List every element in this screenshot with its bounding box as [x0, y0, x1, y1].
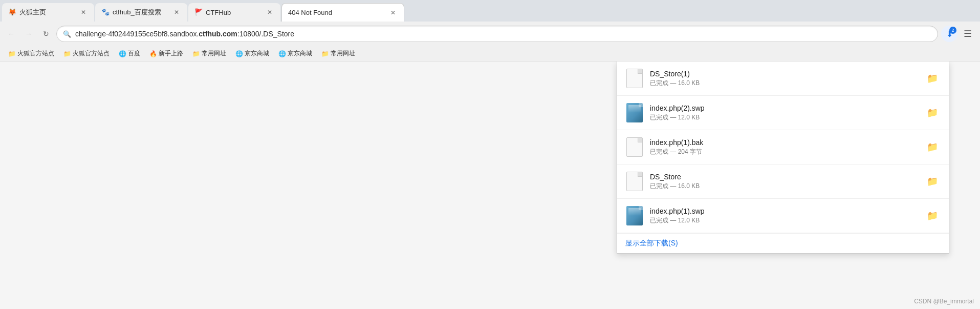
globe-icon: 🌐: [119, 50, 126, 57]
download-item-5: index.php(1).swp 已完成 — 12.0 KB 📁: [617, 199, 949, 233]
folder-action-3[interactable]: 📁: [924, 140, 941, 154]
folder-icon-3: 📁: [192, 50, 200, 57]
tab-favicon-2: 🐾: [101, 8, 110, 16]
browser-window: 🦊 火狐主页 ✕ 🐾 ctfhub_百度搜索 ✕ 🚩 CTFHub ✕ 404 …: [0, 0, 980, 309]
watermark-text: CSDN @Be_immortal: [914, 298, 974, 305]
toolbar-right: ⬇ 2 ☰: [941, 26, 976, 42]
forward-button[interactable]: →: [21, 27, 36, 41]
tab-close-1[interactable]: ✕: [79, 8, 88, 17]
download-badge: 2: [949, 27, 956, 34]
fire-icon: 🔥: [149, 50, 157, 57]
blue-file-icon-2: [626, 206, 643, 225]
file-icon-swp-2: [625, 102, 644, 123]
bookmark-baidu[interactable]: 🌐 百度: [115, 48, 144, 59]
download-item-4: DS_Store 已完成 — 16.0 KB 📁: [617, 164, 949, 199]
bookmark-label-3: 百度: [128, 49, 140, 58]
back-button[interactable]: ←: [4, 27, 18, 41]
address-domain: ctfhub.com: [199, 30, 237, 38]
folder-action-5[interactable]: 📁: [924, 209, 941, 223]
download-info-5: index.php(1).swp 已完成 — 12.0 KB: [650, 207, 918, 225]
blue-file-shine-1: [628, 105, 641, 113]
tab-ctfhub-baidu[interactable]: 🐾 ctfhub_百度搜索 ✕: [95, 3, 187, 22]
bookmark-common-sites-2[interactable]: 📁 常用网址: [317, 48, 359, 59]
bookmark-label-5: 常用网址: [202, 49, 226, 58]
download-info-1: DS_Store(1) 已完成 — 16.0 KB: [650, 70, 918, 88]
download-info-3: index.php(1).bak 已完成 — 204 字节: [650, 138, 918, 156]
plain-file-icon-1: [626, 69, 643, 88]
file-icon-swp-1: [625, 205, 644, 226]
blue-file-shine-2: [628, 208, 641, 216]
file-icon-bak: [625, 136, 644, 158]
refresh-button[interactable]: ↻: [39, 27, 53, 41]
bookmark-firefox-official-2[interactable]: 📁 火狐官方站点: [59, 48, 114, 59]
download-item-1: DS_Store(1) 已完成 — 16.0 KB 📁: [617, 61, 949, 96]
download-filename-5: index.php(1).swp: [650, 207, 918, 215]
bookmark-common-sites-1[interactable]: 📁 常用网址: [188, 48, 230, 59]
tab-close-4[interactable]: ✕: [388, 8, 398, 17]
download-meta-4: 已完成 — 16.0 KB: [650, 182, 918, 191]
folder-icon-4: 📁: [321, 50, 329, 57]
bookmark-label-4: 新手上路: [159, 49, 183, 58]
folder-action-1[interactable]: 📁: [924, 71, 941, 86]
address-bar-text: challenge-4f02449155ce5bf8.sandbox.ctfhu…: [75, 30, 931, 38]
tab-ctfhub[interactable]: 🚩 CTFHub ✕: [188, 3, 280, 22]
menu-button[interactable]: ☰: [960, 26, 976, 42]
download-filename-2: index.php(2).swp: [650, 104, 918, 112]
bookmark-jd-1[interactable]: 🌐 京东商城: [231, 48, 273, 59]
download-panel: DS_Store(1) 已完成 — 16.0 KB 📁 index.php(2)…: [617, 61, 949, 254]
main-content: DS_Store(1) 已完成 — 16.0 KB 📁 index.php(2)…: [0, 61, 980, 309]
plain-file-icon-2: [626, 137, 643, 157]
show-all-label: 显示全部下载(S): [625, 239, 678, 248]
tab-close-2[interactable]: ✕: [172, 8, 181, 17]
globe-icon-3: 🌐: [278, 50, 286, 57]
watermark: CSDN @Be_immortal: [914, 298, 974, 305]
bookmark-label-2: 火狐官方站点: [73, 49, 110, 58]
tab-title-1: 火狐主页: [19, 8, 76, 17]
plain-file-icon-3: [626, 172, 643, 191]
address-bar-row: ← → ↻ 🔍 challenge-4f02449155ce5bf8.sandb…: [0, 22, 980, 46]
file-icon-ds-store-2: [625, 171, 644, 192]
tab-title-4: 404 Not Found: [288, 9, 385, 16]
folder-icon-2: 📁: [63, 50, 71, 57]
globe-icon-2: 🌐: [235, 50, 243, 57]
download-meta-5: 已完成 — 12.0 KB: [650, 216, 918, 225]
download-button-wrapper: ⬇ 2: [941, 26, 957, 42]
download-filename-3: index.php(1).bak: [650, 138, 918, 147]
bookmark-newbie[interactable]: 🔥 新手上路: [145, 48, 187, 59]
address-bar[interactable]: 🔍 challenge-4f02449155ce5bf8.sandbox.ctf…: [56, 26, 938, 42]
show-all-downloads[interactable]: 显示全部下载(S): [617, 233, 949, 253]
tab-bar: 🦊 火狐主页 ✕ 🐾 ctfhub_百度搜索 ✕ 🚩 CTFHub ✕ 404 …: [0, 0, 980, 22]
bookmark-label-1: 火狐官方站点: [17, 49, 54, 58]
tab-404-not-found[interactable]: 404 Not Found ✕: [281, 3, 404, 22]
download-item-3: index.php(1).bak 已完成 — 204 字节 📁: [617, 130, 949, 164]
bookmark-label-8: 常用网址: [331, 49, 355, 58]
bookmark-jd-2[interactable]: 🌐 京东商城: [274, 48, 316, 59]
search-icon: 🔍: [63, 30, 71, 38]
download-filename-4: DS_Store: [650, 173, 918, 181]
bookmark-label-6: 京东商城: [245, 49, 269, 58]
folder-action-2[interactable]: 📁: [924, 106, 941, 120]
bookmarks-bar: 📁 火狐官方站点 📁 火狐官方站点 🌐 百度 🔥 新手上路 📁 常用网址 🌐 京…: [0, 46, 980, 61]
download-info-4: DS_Store 已完成 — 16.0 KB: [650, 173, 918, 191]
download-meta-2: 已完成 — 12.0 KB: [650, 113, 918, 122]
bookmark-firefox-official-1[interactable]: 📁 火狐官方站点: [4, 48, 58, 59]
download-meta-3: 已完成 — 204 字节: [650, 148, 918, 156]
tab-favicon-1: 🦊: [8, 8, 16, 16]
tab-title-3: CTFHub: [206, 9, 262, 16]
download-item-2: index.php(2).swp 已完成 — 12.0 KB 📁: [617, 96, 949, 130]
tab-close-3[interactable]: ✕: [265, 8, 274, 17]
tab-title-2: ctfhub_百度搜索: [113, 8, 169, 17]
blue-file-icon-1: [626, 103, 643, 122]
download-filename-1: DS_Store(1): [650, 70, 918, 78]
download-info-2: index.php(2).swp 已完成 — 12.0 KB: [650, 104, 918, 122]
tab-firefox-home[interactable]: 🦊 火狐主页 ✕: [2, 3, 94, 22]
download-meta-1: 已完成 — 16.0 KB: [650, 79, 918, 88]
folder-icon: 📁: [8, 50, 15, 57]
file-icon-ds-store-1: [625, 68, 644, 89]
tab-favicon-3: 🚩: [194, 8, 203, 16]
bookmark-label-7: 京东商城: [288, 49, 312, 58]
folder-action-4[interactable]: 📁: [924, 174, 941, 189]
